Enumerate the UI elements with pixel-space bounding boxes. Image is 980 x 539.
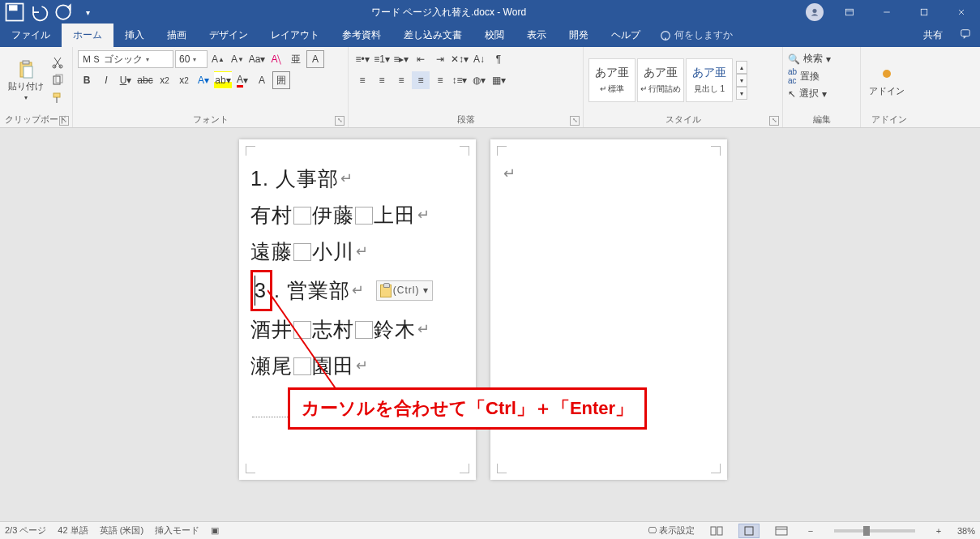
style-heading1[interactable]: あア亜見出し 1 [686, 58, 733, 102]
svg-rect-20 [745, 527, 753, 535]
document-area[interactable]: 1. 人事部↵ 有村伊藤上田↵ 遠藤小川↵ 3. 営業部↵ (Ctrl) ▾ 酒… [0, 128, 980, 521]
share-button[interactable]: 共有 [915, 24, 951, 47]
char-shading-button[interactable]: A [253, 71, 271, 89]
italic-button[interactable]: I [97, 71, 115, 89]
tab-help[interactable]: ヘルプ [600, 24, 652, 47]
grow-font-button[interactable]: A▲ [209, 50, 227, 68]
gallery-down[interactable]: ▾ [736, 74, 747, 87]
close-button[interactable] [943, 0, 980, 24]
web-layout-button[interactable] [771, 524, 792, 538]
subscript-button[interactable]: x2 [156, 71, 173, 89]
group-label-editing: 編集 [783, 113, 860, 127]
tab-review[interactable]: 校閲 [473, 24, 516, 47]
redo-button[interactable] [52, 1, 75, 24]
paragraph-launcher[interactable]: ⤡ [570, 116, 580, 126]
tab-file[interactable]: ファイル [0, 24, 62, 47]
tab-developer[interactable]: 開発 [558, 24, 600, 47]
style-normal[interactable]: あア亜↵ 標準 [588, 58, 636, 102]
font-color-button[interactable]: A▾ [233, 71, 251, 89]
svg-rect-5 [921, 9, 927, 15]
gallery-more[interactable]: ▾ [736, 87, 747, 100]
tab-draw[interactable]: 描画 [156, 24, 198, 47]
tab-view[interactable]: 表示 [516, 24, 558, 47]
styles-launcher[interactable]: ⤡ [769, 116, 779, 126]
char-border-button[interactable]: 囲 [272, 71, 290, 89]
ribbon-display-options[interactable] [831, 0, 868, 24]
font-size-select[interactable]: 60▾ [175, 50, 208, 68]
replace-button[interactable]: abac置換 [788, 67, 820, 85]
zoom-in-button[interactable]: + [931, 526, 946, 536]
minimize-button[interactable] [868, 0, 905, 24]
shrink-font-button[interactable]: A▼ [229, 50, 246, 68]
paste-button[interactable]: 貼り付け ▾ [5, 58, 47, 103]
text-direction-button[interactable]: ✕↕▾ [451, 50, 469, 68]
sort-button[interactable]: A↓ [470, 50, 488, 68]
tab-insert[interactable]: 挿入 [113, 24, 156, 47]
enclose-char-button[interactable]: A [306, 50, 324, 68]
select-button[interactable]: ↖選択 ▾ [788, 87, 827, 101]
zoom-slider[interactable] [834, 529, 915, 533]
bullets-button[interactable]: ≡•▾ [353, 50, 371, 68]
svg-rect-16 [53, 93, 60, 97]
find-button[interactable]: 🔍検索 ▾ [788, 52, 831, 66]
cut-button[interactable] [50, 55, 65, 70]
tab-home[interactable]: ホーム [62, 24, 113, 47]
font-launcher[interactable]: ⤡ [335, 116, 344, 126]
tab-references[interactable]: 参考資料 [331, 24, 392, 47]
strike-button[interactable]: abc [136, 71, 154, 89]
macro-recording-icon[interactable]: ▣ [211, 525, 219, 536]
status-language[interactable]: 英語 (米国) [100, 524, 143, 537]
line-spacing-button[interactable]: ↕≡▾ [451, 71, 469, 89]
group-label-paragraph: 段落⤡ [349, 113, 583, 127]
show-marks-button[interactable]: ¶ [490, 50, 507, 68]
tab-design[interactable]: デザイン [198, 24, 259, 47]
read-mode-button[interactable] [706, 524, 727, 538]
shading-button[interactable]: ◍▾ [470, 71, 488, 89]
zoom-level[interactable]: 38% [957, 526, 975, 536]
svg-rect-7 [665, 37, 666, 40]
clipboard-launcher[interactable]: ⤡ [59, 116, 69, 126]
phonetic-guide-button[interactable]: 亜 [287, 50, 305, 68]
clear-format-button[interactable]: A⧹ [267, 50, 285, 68]
addins-button[interactable]: アドイン [866, 62, 908, 99]
highlight-button[interactable]: ab▾ [214, 71, 232, 89]
style-no-spacing[interactable]: あア亜↵ 行間詰め [637, 58, 684, 102]
qat-customize[interactable]: ▾ [76, 1, 99, 24]
style-gallery[interactable]: あア亜↵ 標準 あア亜↵ 行間詰め あア亜見出し 1 ▴ ▾ ▾ [588, 58, 747, 102]
tab-layout[interactable]: レイアウト [259, 24, 331, 47]
text-effects-button[interactable]: A▾ [195, 71, 212, 89]
align-right-button[interactable]: ≡ [392, 71, 410, 89]
gallery-up[interactable]: ▴ [736, 61, 747, 74]
status-insert-mode[interactable]: 挿入モード [155, 524, 199, 537]
align-center-button[interactable]: ≡ [373, 71, 391, 89]
copy-button[interactable] [50, 73, 65, 88]
format-painter-button[interactable] [50, 91, 65, 105]
justify-button[interactable]: ≡ [412, 71, 430, 89]
align-left-button[interactable]: ≡ [353, 71, 371, 89]
tab-mailings[interactable]: 差し込み文書 [392, 24, 473, 47]
underline-button[interactable]: U▾ [117, 71, 135, 89]
numbering-button[interactable]: ≡1▾ [373, 50, 391, 68]
maximize-button[interactable] [905, 0, 943, 24]
status-word-count[interactable]: 42 単語 [58, 524, 88, 537]
bold-button[interactable]: B [78, 71, 96, 89]
comments-button[interactable] [951, 24, 980, 47]
undo-button[interactable] [28, 1, 50, 24]
tell-me[interactable]: 何をしますか [652, 24, 741, 47]
distribute-button[interactable]: ≡ [431, 71, 449, 89]
status-page[interactable]: 2/3 ページ [5, 524, 46, 537]
change-case-button[interactable]: Aa▾ [248, 50, 266, 68]
account-button[interactable] [798, 0, 831, 24]
paste-options-button[interactable]: (Ctrl) ▾ [376, 280, 433, 302]
display-settings-button[interactable]: 🖵 表示設定 [648, 524, 695, 537]
zoom-out-button[interactable]: − [803, 526, 818, 536]
decrease-indent-button[interactable]: ⇤ [412, 50, 430, 68]
multilevel-button[interactable]: ≡▸▾ [392, 50, 410, 68]
save-button[interactable] [3, 1, 26, 24]
increase-indent-button[interactable]: ⇥ [431, 50, 449, 68]
superscript-button[interactable]: x2 [175, 71, 193, 89]
font-name-select[interactable]: ＭＳ ゴシック▾ [78, 50, 173, 68]
search-icon: 🔍 [788, 53, 800, 65]
print-layout-button[interactable] [738, 524, 760, 538]
borders-button[interactable]: ▦▾ [490, 71, 507, 89]
